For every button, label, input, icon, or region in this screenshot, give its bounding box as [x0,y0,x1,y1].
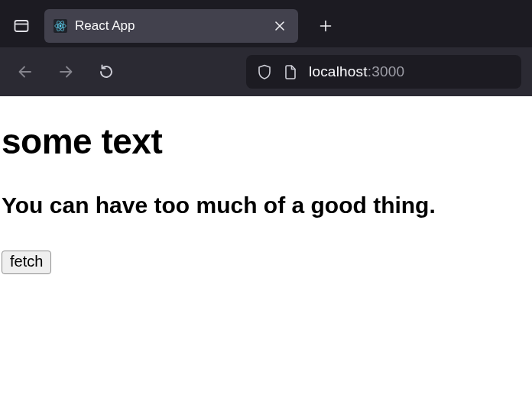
react-favicon-icon [54,19,67,33]
reload-icon [98,63,115,80]
close-tab-button[interactable] [269,15,290,37]
svg-point-2 [60,25,62,27]
tab-strip: React App [0,0,532,47]
page-subheading: You can have too much of a good thing. [2,192,530,218]
url-text: localhost:3000 [309,63,404,80]
new-tab-button[interactable] [310,11,341,41]
back-button[interactable] [11,57,41,87]
browser-tab[interactable]: React App [44,9,298,43]
svg-rect-0 [15,21,28,31]
address-bar[interactable]: localhost:3000 [246,55,521,89]
browser-toolbar: localhost:3000 [0,47,532,96]
forward-button[interactable] [51,57,81,87]
url-host: localhost [309,63,368,79]
reload-button[interactable] [92,57,122,87]
page-content: some text You can have too much of a goo… [0,121,532,274]
fetch-button[interactable]: fetch [2,251,51,274]
close-icon [274,21,285,31]
url-port: :3000 [368,63,405,79]
site-identity-icon[interactable] [283,63,298,80]
arrow-right-icon [57,63,74,80]
page-heading: some text [2,121,530,162]
sidebar-icon [13,18,30,34]
sidebar-toggle-button[interactable] [6,11,37,41]
tracking-protection-icon[interactable] [257,63,272,80]
arrow-left-icon [17,63,34,80]
plus-icon [320,20,332,32]
tab-title: React App [75,18,261,34]
